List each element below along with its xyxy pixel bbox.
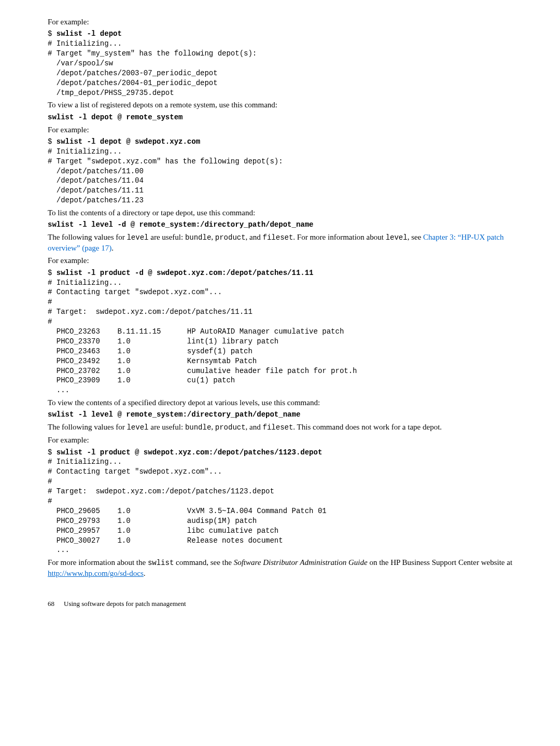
- cmd-5: swlist -l product -d @ swdepot.xyz.com:/…: [57, 269, 314, 277]
- txt: The following values for: [48, 233, 127, 241]
- code-level-3: level: [127, 423, 148, 432]
- txt: are useful:: [148, 233, 185, 241]
- txt: . For more information about: [293, 233, 385, 241]
- txt: , and: [246, 423, 263, 431]
- cmd-syntax-4: swlist -l level -d @ remote_system:/dire…: [48, 220, 529, 230]
- code-block-7: $ swlist -l product @ swdepot.xyz.com:/d…: [48, 448, 529, 556]
- cmd-syntax-2: swlist -l depot @ remote_system: [48, 113, 529, 122]
- code-swlist: swlist: [148, 559, 174, 567]
- prompt-3: $: [48, 137, 57, 146]
- page-footer: 68Using software depots for patch manage…: [48, 599, 529, 609]
- txt: are useful:: [148, 423, 185, 431]
- footer-title: Using software depots for patch manageme…: [64, 600, 186, 607]
- txt: . This command does not work for a tape …: [293, 423, 442, 431]
- cmd-7: swlist -l product @ swdepot.xyz.com:/dep…: [57, 448, 322, 457]
- txt: .: [144, 569, 146, 577]
- code-bundle-2: bundle: [185, 423, 211, 432]
- para-view-contents: To view the contents of a specified dire…: [48, 397, 529, 408]
- code-bundle: bundle: [185, 233, 211, 242]
- para-level-values-2: The following values for level are usefu…: [48, 422, 529, 433]
- cmd-3: swlist -l depot @ swdepot.xyz.com: [57, 137, 200, 146]
- link-hp-sd-docs[interactable]: http://www.hp.com/go/sd-docs: [48, 569, 144, 577]
- txt: .: [111, 244, 114, 252]
- para-example-1: For example:: [48, 17, 529, 27]
- txt: For more information about the: [48, 558, 148, 567]
- para-example-2: For example:: [48, 125, 529, 135]
- output-3: # Initializing... # Target "swdepot.xyz.…: [48, 147, 283, 204]
- txt: ,: [211, 233, 215, 241]
- prompt-1: $: [48, 30, 57, 38]
- code-block-3: $ swlist -l depot @ swdepot.xyz.com # In…: [48, 137, 529, 205]
- para-list-contents: To list the contents of a directory or t…: [48, 208, 529, 218]
- txt: The following values for: [48, 423, 127, 431]
- para-remote-list: To view a list of registered depots on a…: [48, 100, 529, 110]
- code-product-2: product: [215, 423, 246, 432]
- txt: , see: [408, 233, 423, 241]
- para-more-info: For more information about the swlist co…: [48, 557, 529, 578]
- txt: command, see the: [174, 558, 233, 567]
- cmd-1: swlist -l depot: [57, 30, 122, 38]
- code-level-2: level: [386, 233, 408, 242]
- txt: ,: [211, 423, 215, 431]
- code-product: product: [215, 233, 246, 242]
- para-example-4: For example:: [48, 435, 529, 445]
- output-7: # Initializing... # Contacting target "s…: [48, 458, 327, 554]
- doc-title-italic: Software Distributor Administration Guid…: [234, 558, 368, 567]
- txt: , and: [246, 233, 263, 241]
- para-level-values-1: The following values for level are usefu…: [48, 232, 529, 253]
- page-number: 68: [48, 599, 54, 609]
- code-fileset-2: fileset: [263, 423, 293, 432]
- cmd-syntax-6: swlist -l level @ remote_system:/directo…: [48, 410, 529, 420]
- code-block-1: $ swlist -l depot # Initializing... # Ta…: [48, 29, 529, 98]
- prompt-7: $: [48, 448, 57, 457]
- code-level: level: [127, 233, 148, 242]
- code-fileset: fileset: [263, 233, 293, 242]
- txt: on the HP Business Support Center websit…: [368, 558, 512, 567]
- code-block-5: $ swlist -l product -d @ swdepot.xyz.com…: [48, 268, 529, 396]
- output-5: # Initializing... # Contacting target "s…: [48, 279, 357, 395]
- prompt-5: $: [48, 269, 57, 277]
- para-example-3: For example:: [48, 255, 529, 266]
- output-1: # Initializing... # Target "my_system" h…: [48, 39, 257, 96]
